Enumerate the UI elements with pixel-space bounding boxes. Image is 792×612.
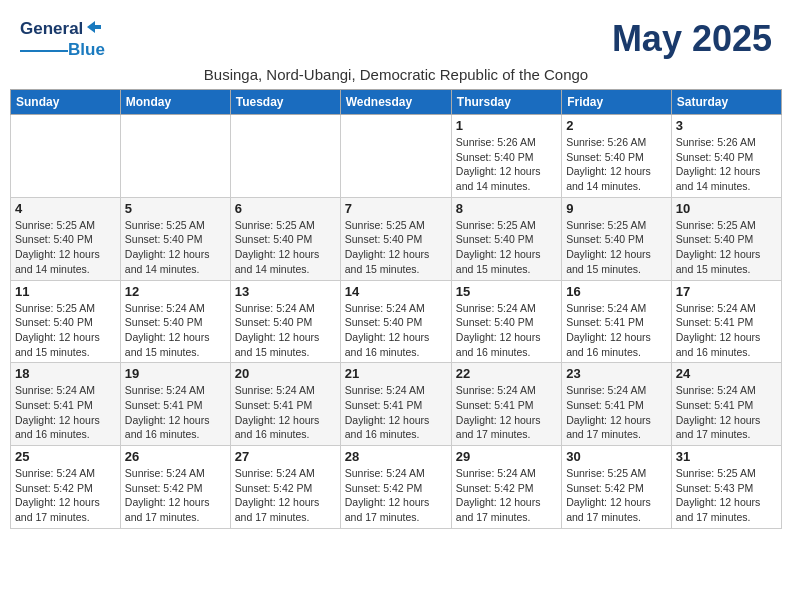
day-info: Sunrise: 5:24 AM Sunset: 5:40 PM Dayligh… (235, 301, 336, 360)
day-number: 8 (456, 201, 557, 216)
day-info: Sunrise: 5:25 AM Sunset: 5:40 PM Dayligh… (235, 218, 336, 277)
calendar-cell: 4Sunrise: 5:25 AM Sunset: 5:40 PM Daylig… (11, 197, 121, 280)
day-number: 21 (345, 366, 447, 381)
day-number: 2 (566, 118, 667, 133)
day-info: Sunrise: 5:24 AM Sunset: 5:40 PM Dayligh… (125, 301, 226, 360)
calendar-cell: 21Sunrise: 5:24 AM Sunset: 5:41 PM Dayli… (340, 363, 451, 446)
calendar-week-5: 25Sunrise: 5:24 AM Sunset: 5:42 PM Dayli… (11, 446, 782, 529)
calendar-cell: 6Sunrise: 5:25 AM Sunset: 5:40 PM Daylig… (230, 197, 340, 280)
calendar-cell: 30Sunrise: 5:25 AM Sunset: 5:42 PM Dayli… (562, 446, 672, 529)
calendar-cell (230, 115, 340, 198)
logo-line: General (20, 18, 103, 40)
day-number: 16 (566, 284, 667, 299)
calendar-cell: 24Sunrise: 5:24 AM Sunset: 5:41 PM Dayli… (671, 363, 781, 446)
day-info: Sunrise: 5:26 AM Sunset: 5:40 PM Dayligh… (456, 135, 557, 194)
day-number: 10 (676, 201, 777, 216)
day-info: Sunrise: 5:24 AM Sunset: 5:42 PM Dayligh… (125, 466, 226, 525)
weekday-header-tuesday: Tuesday (230, 90, 340, 115)
day-info: Sunrise: 5:26 AM Sunset: 5:40 PM Dayligh… (676, 135, 777, 194)
day-number: 12 (125, 284, 226, 299)
day-number: 27 (235, 449, 336, 464)
logo-blue-text: Blue (68, 40, 105, 60)
day-info: Sunrise: 5:24 AM Sunset: 5:42 PM Dayligh… (456, 466, 557, 525)
day-number: 7 (345, 201, 447, 216)
day-info: Sunrise: 5:24 AM Sunset: 5:42 PM Dayligh… (345, 466, 447, 525)
calendar-week-1: 1Sunrise: 5:26 AM Sunset: 5:40 PM Daylig… (11, 115, 782, 198)
day-info: Sunrise: 5:25 AM Sunset: 5:40 PM Dayligh… (345, 218, 447, 277)
day-info: Sunrise: 5:24 AM Sunset: 5:41 PM Dayligh… (676, 301, 777, 360)
day-number: 9 (566, 201, 667, 216)
calendar-week-4: 18Sunrise: 5:24 AM Sunset: 5:41 PM Dayli… (11, 363, 782, 446)
day-info: Sunrise: 5:24 AM Sunset: 5:42 PM Dayligh… (235, 466, 336, 525)
day-info: Sunrise: 5:24 AM Sunset: 5:41 PM Dayligh… (676, 383, 777, 442)
weekday-header-monday: Monday (120, 90, 230, 115)
day-number: 25 (15, 449, 116, 464)
calendar-cell: 11Sunrise: 5:25 AM Sunset: 5:40 PM Dayli… (11, 280, 121, 363)
logo-blue-line: Blue (20, 40, 105, 60)
calendar-cell: 29Sunrise: 5:24 AM Sunset: 5:42 PM Dayli… (451, 446, 561, 529)
day-info: Sunrise: 5:24 AM Sunset: 5:40 PM Dayligh… (345, 301, 447, 360)
day-number: 31 (676, 449, 777, 464)
weekday-header-wednesday: Wednesday (340, 90, 451, 115)
calendar-table: SundayMondayTuesdayWednesdayThursdayFrid… (10, 89, 782, 529)
calendar-cell: 9Sunrise: 5:25 AM Sunset: 5:40 PM Daylig… (562, 197, 672, 280)
calendar-cell: 27Sunrise: 5:24 AM Sunset: 5:42 PM Dayli… (230, 446, 340, 529)
day-number: 4 (15, 201, 116, 216)
calendar-cell: 3Sunrise: 5:26 AM Sunset: 5:40 PM Daylig… (671, 115, 781, 198)
day-info: Sunrise: 5:26 AM Sunset: 5:40 PM Dayligh… (566, 135, 667, 194)
day-info: Sunrise: 5:24 AM Sunset: 5:41 PM Dayligh… (345, 383, 447, 442)
day-info: Sunrise: 5:24 AM Sunset: 5:42 PM Dayligh… (15, 466, 116, 525)
day-info: Sunrise: 5:24 AM Sunset: 5:41 PM Dayligh… (456, 383, 557, 442)
calendar-cell: 13Sunrise: 5:24 AM Sunset: 5:40 PM Dayli… (230, 280, 340, 363)
day-info: Sunrise: 5:24 AM Sunset: 5:41 PM Dayligh… (15, 383, 116, 442)
calendar-cell: 17Sunrise: 5:24 AM Sunset: 5:41 PM Dayli… (671, 280, 781, 363)
calendar-cell: 19Sunrise: 5:24 AM Sunset: 5:41 PM Dayli… (120, 363, 230, 446)
day-info: Sunrise: 5:25 AM Sunset: 5:40 PM Dayligh… (566, 218, 667, 277)
calendar-cell (340, 115, 451, 198)
day-number: 28 (345, 449, 447, 464)
subtitle: Businga, Nord-Ubangi, Democratic Republi… (10, 64, 782, 89)
logo-underline (20, 50, 68, 52)
logo: General Blue (20, 18, 105, 60)
weekday-header-friday: Friday (562, 90, 672, 115)
day-number: 29 (456, 449, 557, 464)
day-number: 23 (566, 366, 667, 381)
day-number: 15 (456, 284, 557, 299)
calendar-cell: 15Sunrise: 5:24 AM Sunset: 5:40 PM Dayli… (451, 280, 561, 363)
day-info: Sunrise: 5:24 AM Sunset: 5:40 PM Dayligh… (456, 301, 557, 360)
header: General Blue May 2025 (10, 10, 782, 64)
calendar-cell: 5Sunrise: 5:25 AM Sunset: 5:40 PM Daylig… (120, 197, 230, 280)
day-number: 19 (125, 366, 226, 381)
day-info: Sunrise: 5:25 AM Sunset: 5:40 PM Dayligh… (15, 218, 116, 277)
day-number: 11 (15, 284, 116, 299)
day-info: Sunrise: 5:24 AM Sunset: 5:41 PM Dayligh… (566, 301, 667, 360)
day-info: Sunrise: 5:25 AM Sunset: 5:40 PM Dayligh… (456, 218, 557, 277)
day-number: 3 (676, 118, 777, 133)
day-info: Sunrise: 5:24 AM Sunset: 5:41 PM Dayligh… (566, 383, 667, 442)
day-info: Sunrise: 5:25 AM Sunset: 5:40 PM Dayligh… (15, 301, 116, 360)
calendar-cell: 1Sunrise: 5:26 AM Sunset: 5:40 PM Daylig… (451, 115, 561, 198)
day-number: 22 (456, 366, 557, 381)
calendar-cell (11, 115, 121, 198)
day-number: 26 (125, 449, 226, 464)
weekday-header-thursday: Thursday (451, 90, 561, 115)
calendar-cell: 26Sunrise: 5:24 AM Sunset: 5:42 PM Dayli… (120, 446, 230, 529)
day-number: 13 (235, 284, 336, 299)
calendar-cell: 7Sunrise: 5:25 AM Sunset: 5:40 PM Daylig… (340, 197, 451, 280)
day-info: Sunrise: 5:24 AM Sunset: 5:41 PM Dayligh… (125, 383, 226, 442)
day-number: 14 (345, 284, 447, 299)
calendar-cell: 16Sunrise: 5:24 AM Sunset: 5:41 PM Dayli… (562, 280, 672, 363)
day-number: 17 (676, 284, 777, 299)
day-info: Sunrise: 5:25 AM Sunset: 5:43 PM Dayligh… (676, 466, 777, 525)
calendar-cell: 2Sunrise: 5:26 AM Sunset: 5:40 PM Daylig… (562, 115, 672, 198)
calendar-cell: 25Sunrise: 5:24 AM Sunset: 5:42 PM Dayli… (11, 446, 121, 529)
day-number: 30 (566, 449, 667, 464)
weekday-header-sunday: Sunday (11, 90, 121, 115)
calendar-cell: 8Sunrise: 5:25 AM Sunset: 5:40 PM Daylig… (451, 197, 561, 280)
calendar-cell: 14Sunrise: 5:24 AM Sunset: 5:40 PM Dayli… (340, 280, 451, 363)
month-title: May 2025 (612, 18, 772, 60)
calendar-week-3: 11Sunrise: 5:25 AM Sunset: 5:40 PM Dayli… (11, 280, 782, 363)
calendar-week-2: 4Sunrise: 5:25 AM Sunset: 5:40 PM Daylig… (11, 197, 782, 280)
calendar-cell: 10Sunrise: 5:25 AM Sunset: 5:40 PM Dayli… (671, 197, 781, 280)
day-number: 5 (125, 201, 226, 216)
